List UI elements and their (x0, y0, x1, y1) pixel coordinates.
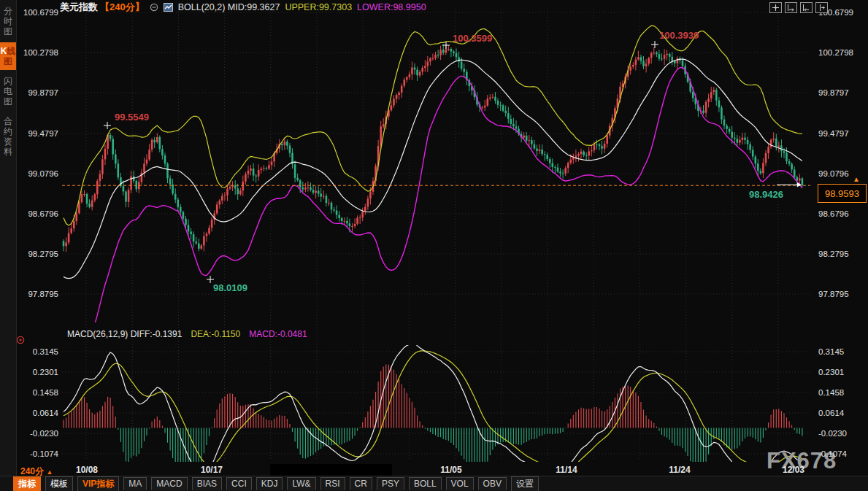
axis-expand-icon[interactable] (800, 2, 813, 13)
macd-dea-readout: DEA:-0.1150 (191, 329, 240, 339)
price-axis-label-left: 99.0796 (18, 169, 58, 178)
toolbar-button-psy[interactable]: PSY (377, 477, 404, 490)
sidebar-tab-lightning[interactable]: 闪电图 (0, 72, 16, 110)
toolbar-button-cr[interactable]: CR (350, 477, 372, 490)
blackout-box (270, 464, 392, 476)
sidebar-tab-contract-info[interactable]: 合约资料 (0, 112, 16, 161)
price-up-arrow-icon: ▲ (853, 176, 860, 183)
macd-axis-label-right: 0.1458 (818, 388, 844, 397)
macd-axis-label-right: -0.0230 (818, 429, 847, 438)
macd-axis-label-left: -0.0230 (18, 429, 58, 438)
date-label: 10/08 (76, 465, 98, 475)
date-label: 11/05 (440, 465, 461, 475)
macd-axis-label-right: -0.1074 (818, 449, 847, 458)
toolbar-button-vol[interactable]: VOL (446, 477, 474, 490)
sidebar-tab-timeshare[interactable]: 分时图 (0, 2, 16, 40)
toolbar-button-cci[interactable]: CCI (226, 477, 252, 490)
chart-canvas[interactable] (0, 0, 868, 491)
trading-app-window: 分时图 K线图 闪电图 合约资料 美元指数【240分】 BOLL(20,2) M… (0, 0, 868, 491)
chart-header: 美元指数【240分】 BOLL(20,2) MID:99.3627 UPPER:… (60, 1, 426, 12)
period-label: 【240分】 (100, 1, 145, 14)
boll-lower-readout: LOWER:98.9950 (357, 2, 426, 12)
crosshair-glyph (772, 4, 780, 12)
toolbar-button-设置[interactable]: 设置 (511, 476, 539, 491)
price-axis-label-left: 100.2798 (18, 48, 58, 57)
pan-right-icon[interactable] (815, 2, 828, 13)
chart-tools (769, 2, 828, 13)
price-axis-label-right: 99.8797 (818, 88, 849, 97)
macd-axis-label-left: -0.1074 (18, 449, 58, 458)
toolbar-button-macd[interactable]: MACD (151, 477, 187, 490)
crosshair-tool-icon[interactable] (769, 2, 782, 13)
date-label: 12/03 (783, 465, 804, 475)
toolbar-button-kdj[interactable]: KDJ (256, 477, 283, 490)
toolbar-button-boll[interactable]: BOLL (409, 477, 442, 490)
price-annotation: 98.0109 (213, 282, 247, 293)
price-annotation: 100.3939 (659, 30, 699, 41)
toolbar-button-obv[interactable]: OBV (478, 477, 507, 490)
indicator-toolbar: 指标模板VIP指标MAMACDBIASCCIKDJLW&RSICRPSYBOLL… (0, 476, 868, 491)
toolbar-button-lw&[interactable]: LW& (287, 477, 315, 490)
price-axis-label-left: 98.2795 (18, 250, 58, 258)
macd-value-readout: MACD:-0.0481 (249, 329, 307, 339)
toolbar-button-模板[interactable]: 模板 (45, 476, 73, 491)
price-axis-label-right: 98.2795 (818, 250, 849, 258)
axis-compress-icon[interactable] (785, 2, 797, 13)
price-annotation: 100.3599 (453, 33, 492, 44)
minus-circle-icon[interactable] (150, 3, 158, 12)
macd-axis-label-right: 0.0614 (818, 409, 844, 417)
date-label: 11/14 (556, 465, 577, 475)
indicator-target-icon[interactable] (16, 334, 25, 347)
price-axis-label-right: 100.2798 (818, 48, 853, 57)
period-arrow-icon: ▲ (46, 468, 53, 476)
current-price-box: 98.9593 (818, 184, 867, 203)
boll-upper-readout: UPPER:99.7303 (285, 2, 352, 12)
price-axis-label-left: 100.6799 (18, 8, 58, 17)
date-label: 10/17 (201, 465, 223, 475)
macd-axis-label-left: 0.1458 (18, 388, 58, 397)
macd-axis-label-left: 0.3145 (18, 347, 58, 356)
price-axis-label-left: 98.6796 (18, 209, 58, 218)
price-annotation: 99.5549 (115, 112, 149, 123)
price-axis-label-left: 97.8795 (18, 290, 58, 298)
macd-axis-label-right: 0.3145 (818, 347, 844, 356)
toolbar-button-bias[interactable]: BIAS (192, 477, 222, 490)
price-axis-label-right: 98.6796 (818, 209, 849, 218)
macd-axis-label-left: 0.2301 (18, 368, 58, 376)
axis-compress-glyph (787, 4, 795, 12)
price-axis-label-right: 99.0796 (818, 169, 849, 178)
macd-diff-readout: MACD(26,12,9) DIFF:-0.1391 (67, 329, 182, 339)
price-annotation: 98.9426 (749, 189, 783, 200)
price-axis-label-right: 99.4797 (818, 129, 849, 138)
macd-header: MACD(26,12,9) DIFF:-0.1391 DEA:-0.1150 M… (67, 329, 307, 339)
sidebar: 分时图 K线图 闪电图 合约资料 (0, 0, 17, 491)
pan-right-glyph (818, 4, 826, 12)
price-axis-label-right: 97.8795 (818, 290, 849, 298)
date-label: 11/24 (669, 465, 690, 475)
price-axis-label-left: 99.4797 (18, 129, 58, 138)
boll-mid-readout: BOLL(20,2) MID:99.3627 (178, 2, 280, 12)
mini-chart-icon[interactable] (164, 3, 173, 12)
toolbar-button-指标[interactable]: 指标 (13, 476, 41, 491)
toolbar-button-vip指标[interactable]: VIP指标 (77, 476, 119, 491)
sidebar-tab-kline[interactable]: K线图 (0, 42, 16, 70)
axis-expand-glyph (802, 4, 810, 12)
macd-axis-label-right: 0.2301 (818, 368, 844, 376)
toolbar-button-rsi[interactable]: RSI (320, 477, 345, 490)
symbol-name: 美元指数 (60, 1, 98, 14)
toolbar-button-ma[interactable]: MA (123, 477, 147, 490)
price-axis-label-left: 99.8797 (18, 88, 58, 97)
macd-axis-label-left: 0.0614 (18, 409, 58, 417)
